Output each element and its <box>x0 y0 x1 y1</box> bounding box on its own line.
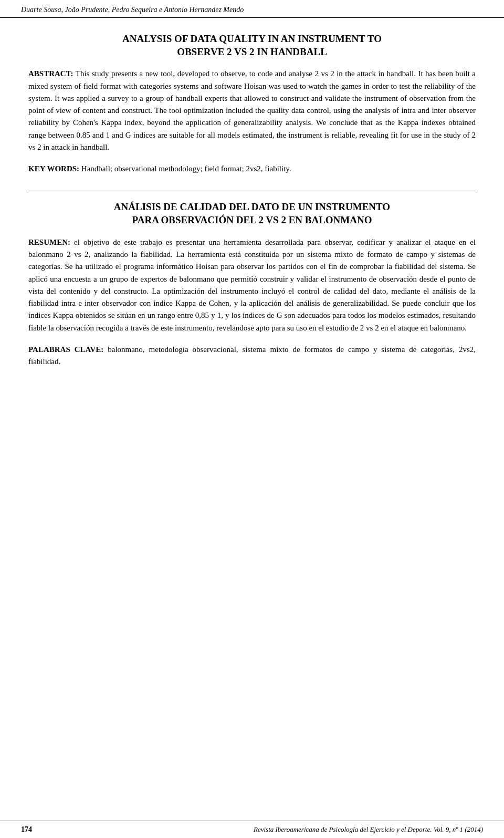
page-number: 174 <box>21 825 32 834</box>
english-title-line1: ANALYSIS OF DATA QUALITY IN AN INSTRUMEN… <box>28 33 476 46</box>
resumen-label: RESUMEN: <box>28 238 70 246</box>
english-title-section: ANALYSIS OF DATA QUALITY IN AN INSTRUMEN… <box>28 33 476 58</box>
authors-header: Duarte Sousa, João Prudente, Pedro Seque… <box>21 6 244 14</box>
abstract-block: ABSTRACT: This study presents a new tool… <box>28 68 476 153</box>
spanish-title-line2: PARA OBSERVACIÓN DEL 2 VS 2 EN BALONMANO <box>28 214 476 227</box>
english-title-line2: OBSERVE 2 VS 2 IN HANDBALL <box>28 46 476 59</box>
keywords-block: KEY WORDS: Handball; observational metho… <box>28 163 476 175</box>
keywords-text: Handball; observational methodology; fie… <box>79 164 291 173</box>
resumen-text: el objetivo de este trabajo es presentar… <box>28 238 476 332</box>
abstract-text: This study presents a new tool, develope… <box>28 69 476 151</box>
spanish-title-line1: ANÁLISIS DE CALIDAD DEL DATO DE UN INSTR… <box>28 201 476 214</box>
english-main-title: ANALYSIS OF DATA QUALITY IN AN INSTRUMEN… <box>28 33 476 58</box>
spanish-main-title: ANÁLISIS DE CALIDAD DEL DATO DE UN INSTR… <box>28 201 476 226</box>
resumen-block: RESUMEN: el objetivo de este trabajo es … <box>28 236 476 334</box>
page-footer: 174 Revista Iberoamericana de Psicología… <box>0 821 504 838</box>
abstract-label: ABSTRACT: <box>28 69 74 78</box>
section-divider <box>28 191 476 191</box>
palabras-clave-label: PALABRAS CLAVE: <box>28 345 103 354</box>
palabras-clave-block: PALABRAS CLAVE: balonmano, metodología o… <box>28 344 476 368</box>
journal-citation: Revista Iberoamericana de Psicología del… <box>254 825 483 834</box>
spanish-title-section: ANÁLISIS DE CALIDAD DEL DATO DE UN INSTR… <box>28 201 476 226</box>
keywords-label: KEY WORDS: <box>28 164 79 173</box>
